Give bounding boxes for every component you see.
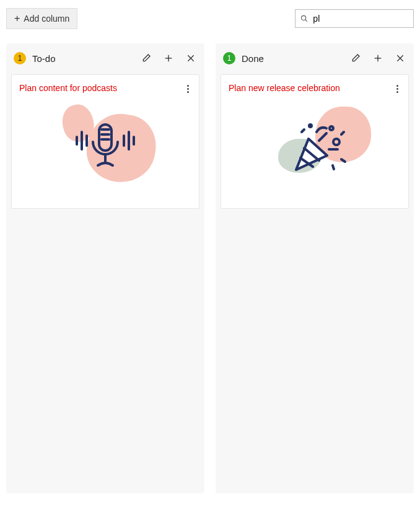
card-title: Plan new release celebration — [229, 82, 340, 94]
svg-line-28 — [302, 130, 304, 132]
search-icon — [300, 14, 308, 23]
plus-icon — [373, 53, 383, 63]
search-input[interactable] — [313, 14, 408, 24]
count-badge: 1 — [14, 52, 26, 64]
add-column-button[interactable]: + Add column — [6, 8, 77, 29]
card-illustration-party — [229, 95, 401, 201]
edit-column-button[interactable] — [349, 52, 362, 64]
svg-point-24 — [330, 126, 333, 130]
svg-line-31 — [333, 165, 334, 169]
plus-icon: + — [14, 14, 20, 24]
board: 1 To-do — [6, 43, 414, 493]
remove-column-button[interactable] — [394, 52, 406, 64]
plus-icon — [164, 53, 173, 63]
column-actions — [349, 52, 406, 64]
microphone-icon — [68, 111, 142, 185]
svg-point-0 — [302, 15, 306, 20]
svg-line-29 — [341, 132, 344, 134]
count-badge: 1 — [223, 52, 235, 64]
column-todo: 1 To-do — [6, 43, 204, 493]
card-more-button[interactable] — [185, 82, 191, 95]
column-title: To-do — [32, 53, 134, 64]
add-card-button[interactable] — [162, 52, 175, 64]
svg-line-23 — [319, 133, 326, 141]
card-header: Plan content for podcasts — [19, 82, 191, 95]
card-illustration-microphone — [19, 95, 191, 201]
column-header: 1 To-do — [11, 48, 199, 68]
party-popper-icon — [274, 111, 355, 185]
toolbar: + Add column — [6, 6, 414, 31]
card-more-button[interactable] — [394, 82, 401, 95]
add-column-label: Add column — [24, 14, 69, 24]
svg-line-1 — [305, 20, 307, 22]
search-box[interactable] — [295, 9, 414, 28]
card[interactable]: Plan content for podcasts — [11, 74, 199, 209]
edit-column-button[interactable] — [140, 52, 152, 64]
pencil-icon — [141, 53, 151, 63]
svg-point-27 — [309, 125, 312, 127]
close-icon — [186, 53, 196, 63]
close-icon — [395, 53, 405, 63]
card-title: Plan content for podcasts — [19, 82, 117, 94]
remove-column-button[interactable] — [185, 52, 197, 64]
svg-point-25 — [333, 139, 339, 145]
pencil-icon — [351, 53, 361, 63]
column-title: Done — [242, 53, 343, 64]
column-header: 1 Done — [221, 48, 409, 68]
card-header: Plan new release celebration — [229, 82, 401, 95]
add-card-button[interactable] — [372, 52, 384, 64]
card[interactable]: Plan new release celebration — [221, 74, 409, 209]
svg-line-30 — [341, 159, 345, 162]
column-actions — [140, 52, 197, 64]
column-done: 1 Done — [216, 43, 414, 493]
